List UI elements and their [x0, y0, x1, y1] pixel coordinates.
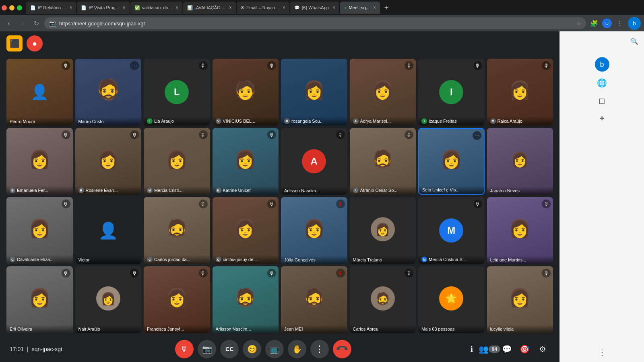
- tab-1-close[interactable]: ×: [69, 5, 72, 10]
- refresh-button[interactable]: ↻: [31, 18, 42, 29]
- participant-tile-selo-unicef[interactable]: 👩 ⋯ Selo Unicef e Vis...: [418, 128, 485, 195]
- present-button[interactable]: 📺: [265, 340, 284, 358]
- participant-tile-victor[interactable]: 👤 Victor: [75, 197, 142, 264]
- tab-5-label: Email – Rayan...: [246, 5, 279, 10]
- new-tab-button[interactable]: +: [381, 2, 392, 13]
- tab-6[interactable]: 💬 (6) WhatsApp ×: [290, 2, 339, 14]
- tab-5-close[interactable]: ×: [283, 5, 285, 10]
- participant-tile-leidiane[interactable]: 👩 🎙 Leidiane Martins...: [487, 197, 553, 264]
- profile-btn[interactable]: U: [601, 18, 613, 29]
- tool-record-button[interactable]: ●: [27, 35, 43, 51]
- participant-tile-rosangela[interactable]: 👩 R rosangela Sou...: [281, 59, 347, 125]
- sidebar-bing-btn[interactable]: b: [595, 57, 609, 72]
- mute-icon-carlos-abreu: 🎙: [405, 269, 413, 278]
- participant-tile-julia[interactable]: 👩 🎙 Júlia Gonçalves: [281, 197, 347, 264]
- sidebar-globe-btn[interactable]: 🌐: [596, 76, 609, 89]
- mute-icon-francisca: 🎙: [199, 269, 208, 278]
- tab-4[interactable]: 📊 .AVALIAÇÃO ... ×: [183, 2, 236, 14]
- participant-tile-erli[interactable]: 👩 🎙 Erli Oliveira: [6, 266, 73, 333]
- participant-tile-mercia2[interactable]: M 🎙 M Mercia Cristina S...: [418, 197, 485, 264]
- more-options-selo[interactable]: ⋯: [473, 131, 481, 140]
- captions-icon: CC: [225, 346, 233, 352]
- participant-tile-cinthia[interactable]: 👩 🎙 C cinthia josuy de ...: [213, 197, 279, 264]
- participant-tile-marcia-trajano[interactable]: 👩 Márcia Trajano: [350, 197, 416, 264]
- extensions-btn[interactable]: 🧩: [588, 18, 600, 29]
- tab-3[interactable]: ✅ validacao_do... ×: [130, 2, 182, 14]
- tab-7[interactable]: ● Meet: sq... ×: [340, 2, 380, 14]
- browser-action-buttons: 🧩 U ⋮: [588, 18, 625, 29]
- sidebar-add-btn[interactable]: +: [596, 112, 609, 125]
- participant-tile-arlisson2[interactable]: 🧔 🎙 Arlisson Nascim...: [213, 266, 279, 333]
- more-icon: ⋮: [315, 344, 324, 354]
- edge-ai-button[interactable]: b: [628, 17, 641, 30]
- tab-5[interactable]: ✉ Email – Rayan... ×: [237, 2, 289, 14]
- participant-tile-lucylle[interactable]: 👩 🎙 lucylle vilela: [487, 266, 553, 333]
- participant-tile-jean[interactable]: 🧔 🎙 Jean MEI: [281, 266, 347, 333]
- participant-name-carlos-jordao: C Carlos jordao da...: [144, 255, 210, 264]
- mute-icon-julia: 🎙: [336, 200, 345, 208]
- participant-tile-vinicius[interactable]: 🧑 🎙 V VINÍCIUS BEL...: [213, 59, 279, 125]
- participant-tile-nair[interactable]: 👩 🎙 Nair Araújo: [75, 266, 142, 333]
- settings-button[interactable]: ⚙: [535, 342, 550, 356]
- emoji-button[interactable]: 😊: [243, 340, 261, 358]
- forward-button[interactable]: ›: [17, 18, 28, 29]
- participant-name-julia: Júlia Gonçalves: [281, 256, 347, 264]
- participant-tile-rosilene[interactable]: 👩 🎙 R Rosilene Evan...: [75, 128, 142, 195]
- main-layout: ⬛ ● 👤 🎙 Pedro Moura 🧔 ⋯: [0, 31, 644, 362]
- participant-tile-izaque[interactable]: I 🎙 I Izaque Freitas: [418, 59, 485, 125]
- mute-icon-jean: 🎙: [336, 269, 345, 278]
- info-button[interactable]: ℹ: [464, 342, 479, 356]
- tab-4-close[interactable]: ×: [229, 5, 232, 10]
- raise-hand-button[interactable]: ✋: [288, 340, 306, 358]
- camera-button[interactable]: 📷: [198, 340, 216, 358]
- more-browser-btn[interactable]: ⋮: [614, 18, 625, 29]
- participant-tile-adrya[interactable]: 👩 🎙 A Adrya Marisol...: [350, 59, 416, 125]
- tab-7-close[interactable]: ×: [373, 5, 376, 10]
- participant-tile-carlos-abreu[interactable]: 🧔 🎙 Carlos Abreu: [350, 266, 416, 333]
- participant-tile-arlisson1[interactable]: A 🎙 Arlisson Nascim...: [281, 128, 347, 195]
- participant-tile-emanuela[interactable]: 👩 🎙 E Emanuela Fer...: [6, 128, 73, 195]
- tab-1[interactable]: 📄 6º Relatório ... ×: [26, 2, 76, 14]
- video-grid: 👤 🎙 Pedro Moura 🧔 ⋯ Mauro Cristo L 🎙: [0, 56, 559, 336]
- address-bar[interactable]: 📷 https://meet.google.com/sqn-jpac-xgt ☆: [44, 17, 586, 29]
- participant-tile-cavalcante[interactable]: 👩 🎙 C Cavalcante Eliza...: [6, 197, 73, 264]
- tab-2-close[interactable]: ×: [123, 5, 126, 10]
- avatar-photo-carlos-abreu: 🧔: [371, 286, 395, 311]
- mute-icon-carlos-jordao: 🎙: [199, 200, 208, 208]
- chat-button[interactable]: 💬: [500, 342, 514, 356]
- mute-icon-erli: 🎙: [62, 269, 70, 278]
- back-button[interactable]: ‹: [3, 18, 14, 29]
- camera-icon-btn: 📷: [202, 344, 212, 354]
- more-options-button[interactable]: ⋮: [310, 340, 329, 358]
- sidebar-search-btn[interactable]: 🔍: [628, 35, 641, 47]
- captions-button[interactable]: CC: [220, 340, 239, 358]
- mic-button[interactable]: 🎙: [175, 340, 194, 358]
- participant-name-nair: Nair Araújo: [75, 325, 142, 333]
- bookmark-icon[interactable]: ☆: [576, 21, 581, 27]
- tab-6-close[interactable]: ×: [332, 5, 335, 10]
- more-people-icon: 🌟: [439, 286, 463, 311]
- tab-2[interactable]: 📄 6ª Visita Prog... ×: [77, 2, 129, 14]
- participant-tile-more-people[interactable]: 🌟 Mais 63 pessoas: [418, 266, 485, 333]
- participant-tile-mercia1[interactable]: 👩 🎙 M Mercia Cristi...: [144, 128, 210, 195]
- participant-tile-francisca[interactable]: 👩 🎙 Francisca Janeyf...: [144, 266, 210, 333]
- tab-4-label: .AVALIAÇÃO ...: [195, 5, 225, 10]
- participant-tile-carlos-jordao[interactable]: 🧔 🎙 C Carlos jordao da...: [144, 197, 210, 264]
- participant-tile-afranio[interactable]: 🧔 🎙 A Afrânio César So...: [350, 128, 416, 195]
- tool-yellow-button[interactable]: ⬛: [6, 35, 23, 51]
- people-button[interactable]: 👥 94: [482, 342, 497, 356]
- participant-tile-raica[interactable]: 👩 🎙 R Raica Araújo: [487, 59, 553, 125]
- participant-tile-pedro-moura[interactable]: 👤 🎙 Pedro Moura: [6, 59, 73, 125]
- tab-3-close[interactable]: ×: [175, 5, 178, 10]
- activities-button[interactable]: 🎯: [518, 342, 532, 356]
- sidebar-more-btn[interactable]: ⋮: [596, 346, 609, 359]
- participant-tile-lia-araujo[interactable]: L 🎙 L Lia Araujo: [144, 59, 210, 125]
- end-call-button[interactable]: 📞: [333, 340, 351, 358]
- participant-name-vinicius: V VINÍCIUS BEL...: [213, 117, 279, 125]
- sidebar-collections-btn[interactable]: ◻: [596, 94, 609, 107]
- participant-tile-janaina[interactable]: 👩 Janaína Neves: [487, 128, 553, 195]
- participant-tile-katrine[interactable]: 👩 🎙 K Katrine Unicef: [213, 128, 279, 195]
- avatar-izaque: I: [439, 80, 463, 104]
- tab-6-favicon: 💬: [294, 5, 300, 10]
- participant-tile-mauro-cristo[interactable]: 🧔 ⋯ Mauro Cristo: [75, 59, 142, 125]
